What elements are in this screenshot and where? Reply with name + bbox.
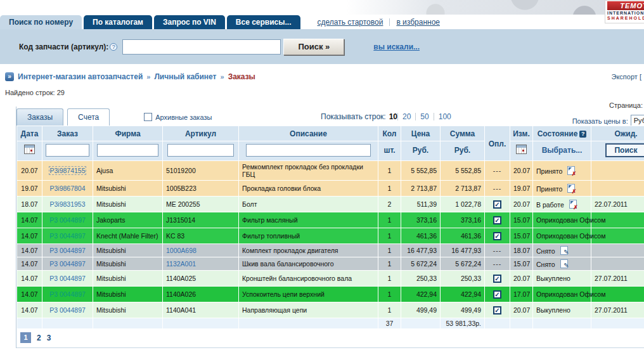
qty-cell: 1 [378, 244, 401, 257]
paid-checkbox[interactable]: ✓ [493, 200, 501, 209]
order-link[interactable]: P3 0044897 [49, 247, 86, 254]
description-cell: Шкив вала балансировочного [239, 257, 378, 271]
expected-date-cell: 27.07.2011 [591, 271, 644, 287]
order-link[interactable]: P3 0044897 [49, 216, 86, 224]
search-button[interactable]: Поиск » [283, 39, 344, 55]
breadcrumb: » Интернет-магазин автозапчастей»Личный … [5, 72, 255, 81]
changed-filter-calendar-icon[interactable] [516, 145, 527, 154]
article-link[interactable]: 1132A001 [166, 260, 196, 268]
paid-checkbox[interactable]: ✓ [493, 275, 501, 283]
table-search-button[interactable]: Поиск [605, 143, 644, 157]
col-header-sum[interactable]: Сумма [441, 126, 485, 141]
status-help-icon[interactable]: ? [579, 131, 586, 138]
pagination-page-link[interactable]: 2 [37, 334, 41, 342]
order-date-cell: 14.07 [17, 228, 42, 244]
paid-checkbox[interactable]: ✓ [493, 232, 501, 240]
edit-order-icon[interactable] [560, 246, 568, 255]
subtabs-row: Заказы Счета Архивные заказы Показывать … [16, 107, 644, 126]
archive-checkbox[interactable] [144, 113, 152, 121]
order-date-cell: 18.07 [17, 197, 42, 212]
sum-cell: 373,16 [441, 212, 485, 228]
col-header-firm[interactable]: Фирма [93, 126, 163, 141]
nav-link[interactable]: сделать стартовой [311, 18, 390, 27]
nav-link[interactable]: в избранное [390, 18, 446, 27]
delete-order-icon[interactable] [569, 200, 577, 209]
description-cell: Болт [239, 197, 378, 212]
changed-date-cell: 20.07 [510, 161, 533, 181]
col-header-article[interactable]: Артикул [163, 126, 239, 141]
rows-per-page-option[interactable]: 50 [416, 112, 433, 121]
article-cell: 1140A026 [163, 287, 239, 302]
orders-tbody: 20.07P3i9874155Ajusa51019200Ремкомплект … [17, 161, 644, 318]
rows-per-page-option[interactable]: 100 [434, 112, 456, 121]
order-link[interactable]: P3 0044897 [49, 260, 86, 268]
sum-cell: 2 713,87 [441, 181, 485, 197]
status-choose-link[interactable]: Выбрать... [542, 146, 583, 155]
top-nav-links: сделать стартовойв избранное [311, 18, 446, 29]
part-code-label: Код запчасти (артикул): [19, 42, 108, 51]
article-cell: ME 200255 [163, 197, 239, 212]
order-link[interactable]: P3i9874155 [49, 167, 85, 174]
temot-logo: TEMOT INTERNATIONAL SHAREHOLDER [605, 0, 644, 23]
col-header-changed[interactable]: Изм. [510, 126, 533, 141]
article-filter-input[interactable] [167, 144, 235, 157]
search-history-link[interactable]: вы искали... [373, 42, 420, 51]
order-link[interactable]: P3 0044897 [49, 232, 86, 240]
pagination-page-link[interactable]: 3 [47, 334, 51, 342]
nav-tab[interactable]: Запрос по VIN [154, 15, 225, 29]
nav-tab[interactable]: Поиск по номеру [0, 15, 82, 29]
edit-order-icon[interactable] [560, 259, 568, 268]
paid-checkbox[interactable]: ✓ [493, 216, 501, 224]
nav-tab[interactable]: По каталогам [84, 15, 152, 29]
changed-date-cell: 15.07 [510, 257, 533, 271]
help-icon[interactable]: ? [110, 43, 117, 51]
delete-order-icon[interactable] [567, 166, 575, 175]
delete-order-icon[interactable] [567, 184, 575, 193]
order-link[interactable]: P3i9867804 [49, 185, 85, 192]
qty-cell: 1 [378, 257, 401, 271]
expected-date-cell [591, 244, 644, 257]
firm-filter-input[interactable] [97, 144, 158, 157]
status-text: Снято [536, 247, 555, 255]
breadcrumb-current: Заказы [228, 72, 255, 81]
qty-cell: 1 [378, 271, 401, 287]
order-link[interactable]: P3 0044897 [49, 290, 86, 298]
col-header-expected[interactable]: Ожид. [591, 126, 644, 141]
not-paid-mark: --- [493, 167, 502, 174]
col-header-qty[interactable]: Кол [378, 126, 401, 141]
part-code-input[interactable] [122, 39, 281, 55]
description-filter-input[interactable] [246, 144, 371, 157]
col-header-order[interactable]: Заказ [42, 126, 93, 141]
nav-tab[interactable]: Все сервисы... [227, 15, 300, 29]
article-link[interactable]: 1000A698 [166, 247, 196, 254]
qty-units-label: шт. [378, 141, 401, 161]
col-header-paid[interactable]: Опл. [485, 126, 510, 161]
paid-checkbox[interactable]: ✓ [493, 290, 501, 299]
col-header-description[interactable]: Описание [239, 126, 378, 141]
sum-cell: 422,94 [441, 287, 485, 302]
tab-invoices[interactable]: Счета [67, 108, 110, 126]
temot-logo-text: TEMOT [607, 1, 644, 10]
date-filter-calendar-icon[interactable] [24, 145, 35, 154]
breadcrumb-separator: » [146, 73, 150, 81]
breadcrumb-link[interactable]: Интернет-магазин автозапчастей [18, 72, 143, 81]
col-header-status[interactable]: Состояние? [533, 126, 591, 141]
order-link[interactable]: P3 0044897 [49, 275, 86, 282]
order-date-cell: 14.07 [17, 244, 42, 257]
col-header-price[interactable]: Цена [401, 126, 441, 141]
breadcrumb-link[interactable]: Личный кабинет [154, 72, 216, 81]
machinery-banner-image [346, 0, 644, 15]
expected-date-cell [591, 161, 644, 181]
paid-checkbox[interactable]: ✓ [493, 306, 501, 314]
export-link[interactable]: Экспорт [ [612, 73, 641, 81]
order-filter-input[interactable] [46, 144, 89, 157]
not-paid-mark: --- [493, 260, 502, 268]
rows-per-page-option[interactable]: 20 [398, 112, 415, 121]
order-link[interactable]: P3i9831953 [49, 200, 85, 208]
col-header-date[interactable]: Дата [17, 126, 42, 141]
breadcrumb-separator: » [221, 73, 224, 81]
order-link[interactable]: P3 0044897 [49, 306, 86, 314]
rows-per-page: Показывать строк: 10 2050100 [321, 112, 456, 121]
changed-date-cell: 19.07 [510, 181, 533, 197]
tab-orders[interactable]: Заказы [16, 108, 63, 126]
